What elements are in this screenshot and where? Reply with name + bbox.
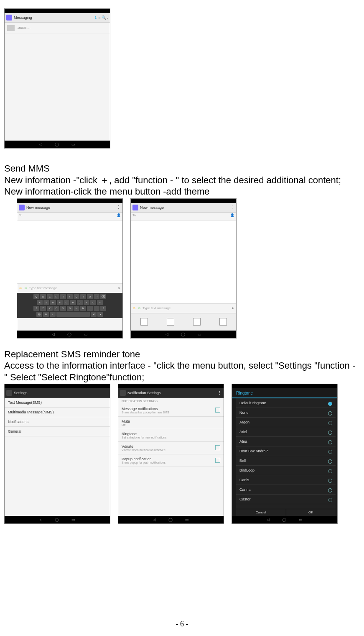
screenshot-notification-settings: Notification Settings ⋮ NOTIFICATION SET… [118, 384, 224, 524]
list-item: Vibrate Vibrate when notification receiv… [118, 442, 224, 454]
app-icon [6, 390, 12, 396]
attach-camera-icon [140, 318, 148, 326]
message-body-area [131, 221, 236, 303]
ringtone-list: Default ringtone None Argon Ariel Atria … [236, 398, 336, 509]
radio-icon [328, 459, 332, 464]
message-body-area [17, 221, 122, 283]
radio-icon [328, 431, 332, 435]
status-bar [232, 384, 337, 388]
settings-items: Text Message(SMS) Multimedia Message(MMS… [5, 398, 110, 436]
checkbox-icon [215, 458, 220, 463]
app-bar: New message ⋮ [17, 203, 122, 213]
list-item: Mute Off [118, 417, 224, 429]
input-hint: Type text message [29, 286, 57, 290]
status-bar [5, 384, 110, 388]
recipient-bar: To👤 [131, 213, 236, 221]
list-item: Canis [236, 475, 336, 485]
list-item: Ringtone Set a ringtone for new notifica… [118, 429, 224, 442]
action-icons: ≡ 🔍 : [98, 15, 108, 20]
list-item: Text Message(SMS) [5, 398, 110, 408]
app-title: New message [140, 205, 228, 210]
unread-badge: 1 [94, 15, 97, 20]
list-item: Bell [236, 456, 336, 466]
app-icon [19, 205, 25, 210]
notif-items: Message notifications Show status bar po… [118, 404, 224, 467]
nav-bar: ◁◯▭ [17, 331, 122, 338]
list-item: Default ringtone [236, 398, 336, 408]
radio-icon [328, 411, 332, 415]
list-item: Message notifications Show status bar po… [118, 404, 224, 417]
radio-icon [328, 469, 332, 473]
app-icon [120, 390, 126, 396]
section-header: NOTIFICATION SETTINGS [118, 398, 224, 404]
heading-replacement-tone: Replacement SMS reminder tone [4, 349, 360, 360]
contact-icon: 👤 [230, 213, 234, 219]
contact-icon: 👤 [117, 213, 121, 219]
checkbox-icon [215, 445, 220, 450]
nav-bar: ◁◯▭ [118, 516, 224, 523]
app-icon [132, 205, 138, 210]
input-bar: ☺☺ Type text message ➤ [131, 303, 236, 313]
radio-icon [328, 440, 332, 444]
list-item: Notifications [5, 417, 110, 427]
app-title: New message [26, 205, 115, 210]
list-item: BirdLoop [236, 466, 336, 475]
radio-icon [328, 498, 332, 502]
list-item: Castor [236, 495, 336, 504]
screenshot-messaging-list: Messaging 1 ≡ 🔍 : 10086 ... ◁◯▭ [4, 8, 110, 149]
overflow-icon: ⋮ [217, 390, 222, 396]
attach-other-icon [219, 318, 227, 326]
list-item: Beat Box Android [236, 446, 336, 456]
attachment-bar [131, 313, 236, 330]
cancel-button: Cancel [236, 509, 286, 516]
nav-bar: ◁◯▭ [5, 141, 110, 148]
radio-icon [328, 402, 332, 406]
soft-keyboard: QWERTYUIOP⌫ ASDFGHJKL← ⇧ZXCVBNM,.⇧ @&/ ↵… [17, 293, 122, 318]
list-item: Carina [236, 485, 336, 495]
status-bar [131, 199, 236, 203]
status-bar [17, 199, 122, 203]
attach-audio-icon [193, 318, 201, 326]
list-item: Popup notification Show popup for push n… [118, 454, 224, 467]
app-bar: New message ⋮ [131, 203, 236, 213]
attach-video-icon [167, 318, 174, 326]
dialog-buttons: Cancel OK [236, 509, 336, 516]
screenshot-compose-attach: New message ⋮ To👤 ☺☺ Type text message ➤ [130, 198, 237, 339]
page-number: - 6 - [0, 620, 364, 628]
dialog-title-bar: Ringtone [232, 388, 337, 398]
app-bar: Settings [5, 388, 110, 398]
overflow-icon: ⋮ [230, 205, 234, 210]
screenshot-settings-list: Settings Text Message(SMS) Multimedia Me… [4, 384, 110, 524]
nav-bar: ◁◯▭ [232, 516, 337, 523]
nav-bar: ◁◯▭ [5, 516, 110, 523]
list-item: General [5, 427, 110, 436]
conversation-row: 10086 ... [5, 23, 110, 34]
checkbox-icon [215, 408, 220, 413]
dialog-title: Ringtone [234, 391, 336, 395]
app-bar: Notification Settings ⋮ [118, 388, 224, 398]
app-title: Notification Settings [127, 391, 216, 395]
radio-icon [328, 488, 332, 492]
para-access-settings-ringtone: Access to the information interface - "c… [4, 360, 360, 383]
conversation-preview: 10086 ... [17, 26, 30, 30]
app-icon [6, 15, 12, 21]
para-new-info-add: New information -"click ＋, add "function… [4, 174, 360, 186]
status-bar [118, 384, 224, 388]
radio-icon [328, 479, 332, 483]
screenshot-compose-keyboard: New message ⋮ To👤 ☺☺ Type text message ➤… [17, 198, 123, 339]
app-title: Messaging [14, 15, 93, 20]
heading-send-mms: Send MMS [4, 163, 360, 174]
list-item: Ariel [236, 427, 336, 437]
ok-button: OK [286, 509, 336, 516]
input-bar: ☺☺ Type text message ➤ [17, 283, 122, 293]
list-item: Multimedia Message(MMS) [5, 408, 110, 417]
radio-icon [328, 421, 332, 425]
avatar [7, 25, 15, 31]
recipient-bar: To👤 [17, 213, 122, 221]
app-bar: Messaging 1 ≡ 🔍 : [5, 13, 110, 23]
para-new-info-theme: New information-click the menu button -a… [4, 186, 360, 197]
overflow-icon: ⋮ [116, 205, 121, 210]
list-item: Atria [236, 437, 336, 446]
screenshot-ringtone-picker: Ringtone Default ringtone None Argon Ari… [232, 384, 338, 524]
input-hint: Type text message [143, 306, 171, 310]
